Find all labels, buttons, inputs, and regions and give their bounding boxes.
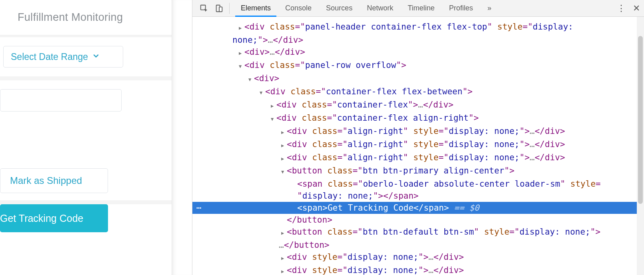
- dom-node[interactable]: <div class="container-flex align-right">: [192, 112, 644, 125]
- tab-console[interactable]: Console: [278, 0, 319, 16]
- mark-as-shipped-button[interactable]: Mark as Shipped: [0, 168, 108, 193]
- dom-node[interactable]: <button class="btn btn-primary align-cen…: [192, 165, 644, 178]
- dom-node[interactable]: <span class="oberlo-loader absolute-cent…: [192, 178, 644, 190]
- svg-rect-2: [219, 7, 222, 12]
- tab-profiles[interactable]: Profiles: [442, 0, 480, 16]
- app-panel: Fulfillment Monitoring Select Date Range…: [0, 0, 192, 275]
- dom-node[interactable]: <div>…</div>: [192, 46, 644, 59]
- tab-elements[interactable]: Elements: [234, 0, 278, 16]
- divider: [0, 76, 172, 80]
- get-tracking-code-button[interactable]: Get Tracking Code: [0, 204, 108, 232]
- dom-node[interactable]: <div style="display: none;">…</div>: [192, 264, 644, 275]
- text-input[interactable]: [0, 89, 122, 112]
- dom-tree[interactable]: <div class="panel-header container-flex …: [192, 17, 644, 275]
- divider: [0, 200, 172, 204]
- dom-node[interactable]: <div class="align-right" style="display:…: [192, 151, 644, 165]
- date-range-label: Select Date Range: [11, 52, 88, 62]
- tab-sources[interactable]: Sources: [319, 0, 360, 16]
- tab-network[interactable]: Network: [360, 0, 400, 16]
- dom-node[interactable]: "display: none;"></span>: [192, 190, 644, 202]
- spacer: [0, 120, 172, 168]
- app-viewport: Fulfillment Monitoring Select Date Range…: [0, 0, 172, 275]
- inspect-element-icon[interactable]: [196, 0, 212, 16]
- dom-node[interactable]: none;">…</div>: [192, 34, 644, 46]
- tab-timeline[interactable]: Timeline: [400, 0, 442, 16]
- dom-node[interactable]: <button class="btn btn-default btn-sm" s…: [192, 226, 644, 239]
- dom-node[interactable]: </button>: [192, 214, 644, 226]
- dom-node[interactable]: <div class="panel-row overflow">: [192, 59, 644, 72]
- dom-node[interactable]: <div class="panel-header container-flex …: [192, 21, 644, 34]
- scrollbar[interactable]: [637, 17, 644, 275]
- dom-node-selected[interactable]: ⋯<span>Get Tracking Code</span> == $0: [192, 202, 644, 214]
- dom-node[interactable]: <div>: [192, 72, 644, 86]
- dom-node[interactable]: <div style="display: none;">…</div>: [192, 251, 644, 264]
- devtools-panel: ElementsConsoleSourcesNetworkTimelinePro…: [192, 0, 644, 275]
- chevron-down-icon: [92, 52, 100, 62]
- divider: [0, 35, 172, 37]
- scroll-gutter: [172, 0, 192, 275]
- close-icon[interactable]: ✕: [633, 3, 640, 14]
- date-range-select[interactable]: Select Date Range: [3, 46, 123, 68]
- divider: [229, 3, 230, 14]
- dom-node[interactable]: …</button>: [192, 239, 644, 251]
- page-title: Fulfillment Monitoring: [0, 0, 172, 35]
- scrollbar-thumb[interactable]: [638, 36, 643, 204]
- dom-node[interactable]: <div class="align-right" style="display:…: [192, 125, 644, 138]
- tabs-overflow-button[interactable]: »: [480, 0, 499, 16]
- devtools-toolbar: ElementsConsoleSourcesNetworkTimelinePro…: [192, 0, 644, 17]
- dom-node[interactable]: <div class="container-flex">…</div>: [192, 99, 644, 112]
- dom-node[interactable]: <div class="align-right" style="display:…: [192, 138, 644, 151]
- dom-node[interactable]: <div class="container-flex flex-between"…: [192, 86, 644, 99]
- get-tracking-code-label: Get Tracking Code: [0, 213, 83, 224]
- devtools-body: <div class="panel-header container-flex …: [192, 17, 644, 275]
- kebab-menu-icon[interactable]: ⋮: [617, 3, 626, 14]
- mark-as-shipped-label: Mark as Shipped: [10, 175, 82, 186]
- device-toolbar-icon[interactable]: [212, 0, 227, 16]
- devtools-tabs: ElementsConsoleSourcesNetworkTimelinePro…: [234, 0, 480, 16]
